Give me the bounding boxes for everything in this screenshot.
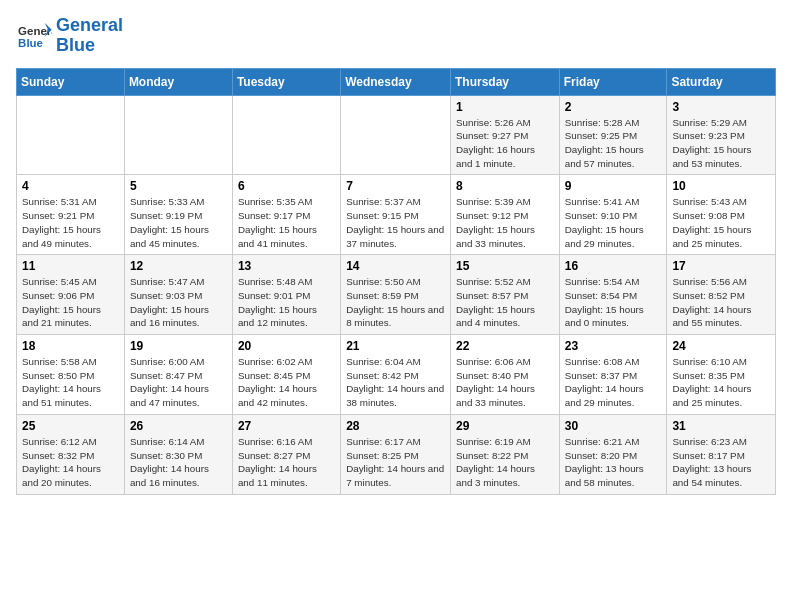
day-number: 17 [672, 259, 770, 273]
day-content: Sunrise: 5:54 AM Sunset: 8:54 PM Dayligh… [565, 275, 662, 330]
calendar-cell: 5Sunrise: 5:33 AM Sunset: 9:19 PM Daylig… [124, 175, 232, 255]
day-content: Sunrise: 5:26 AM Sunset: 9:27 PM Dayligh… [456, 116, 554, 171]
calendar-cell: 2Sunrise: 5:28 AM Sunset: 9:25 PM Daylig… [559, 95, 667, 175]
day-of-week-header: Thursday [451, 68, 560, 95]
day-content: Sunrise: 6:17 AM Sunset: 8:25 PM Dayligh… [346, 435, 445, 490]
day-number: 29 [456, 419, 554, 433]
day-content: Sunrise: 6:14 AM Sunset: 8:30 PM Dayligh… [130, 435, 227, 490]
day-number: 8 [456, 179, 554, 193]
day-number: 9 [565, 179, 662, 193]
day-number: 7 [346, 179, 445, 193]
day-number: 24 [672, 339, 770, 353]
day-number: 4 [22, 179, 119, 193]
calendar-cell: 16Sunrise: 5:54 AM Sunset: 8:54 PM Dayli… [559, 255, 667, 335]
day-content: Sunrise: 5:48 AM Sunset: 9:01 PM Dayligh… [238, 275, 335, 330]
day-number: 16 [565, 259, 662, 273]
day-of-week-header: Monday [124, 68, 232, 95]
day-content: Sunrise: 6:21 AM Sunset: 8:20 PM Dayligh… [565, 435, 662, 490]
day-content: Sunrise: 5:37 AM Sunset: 9:15 PM Dayligh… [346, 195, 445, 250]
day-number: 20 [238, 339, 335, 353]
day-number: 27 [238, 419, 335, 433]
calendar-cell: 29Sunrise: 6:19 AM Sunset: 8:22 PM Dayli… [451, 414, 560, 494]
calendar-cell: 26Sunrise: 6:14 AM Sunset: 8:30 PM Dayli… [124, 414, 232, 494]
calendar-cell: 27Sunrise: 6:16 AM Sunset: 8:27 PM Dayli… [232, 414, 340, 494]
page-header: General Blue GeneralBlue [16, 16, 776, 56]
calendar-cell: 13Sunrise: 5:48 AM Sunset: 9:01 PM Dayli… [232, 255, 340, 335]
calendar-cell: 8Sunrise: 5:39 AM Sunset: 9:12 PM Daylig… [451, 175, 560, 255]
day-number: 21 [346, 339, 445, 353]
day-number: 10 [672, 179, 770, 193]
logo: General Blue GeneralBlue [16, 16, 123, 56]
day-number: 2 [565, 100, 662, 114]
calendar-cell: 4Sunrise: 5:31 AM Sunset: 9:21 PM Daylig… [17, 175, 125, 255]
day-content: Sunrise: 6:10 AM Sunset: 8:35 PM Dayligh… [672, 355, 770, 410]
day-number: 13 [238, 259, 335, 273]
day-number: 1 [456, 100, 554, 114]
logo-text: GeneralBlue [56, 16, 123, 56]
day-content: Sunrise: 5:35 AM Sunset: 9:17 PM Dayligh… [238, 195, 335, 250]
calendar-cell [341, 95, 451, 175]
day-number: 31 [672, 419, 770, 433]
day-number: 3 [672, 100, 770, 114]
day-of-week-header: Tuesday [232, 68, 340, 95]
calendar-cell: 14Sunrise: 5:50 AM Sunset: 8:59 PM Dayli… [341, 255, 451, 335]
calendar-week-row: 4Sunrise: 5:31 AM Sunset: 9:21 PM Daylig… [17, 175, 776, 255]
day-content: Sunrise: 6:19 AM Sunset: 8:22 PM Dayligh… [456, 435, 554, 490]
calendar-cell [232, 95, 340, 175]
day-content: Sunrise: 5:58 AM Sunset: 8:50 PM Dayligh… [22, 355, 119, 410]
calendar-cell: 10Sunrise: 5:43 AM Sunset: 9:08 PM Dayli… [667, 175, 776, 255]
calendar-week-row: 1Sunrise: 5:26 AM Sunset: 9:27 PM Daylig… [17, 95, 776, 175]
calendar-cell: 30Sunrise: 6:21 AM Sunset: 8:20 PM Dayli… [559, 414, 667, 494]
day-number: 25 [22, 419, 119, 433]
calendar-cell [17, 95, 125, 175]
calendar-cell: 25Sunrise: 6:12 AM Sunset: 8:32 PM Dayli… [17, 414, 125, 494]
day-content: Sunrise: 5:52 AM Sunset: 8:57 PM Dayligh… [456, 275, 554, 330]
day-number: 18 [22, 339, 119, 353]
day-number: 11 [22, 259, 119, 273]
calendar-cell: 23Sunrise: 6:08 AM Sunset: 8:37 PM Dayli… [559, 335, 667, 415]
day-of-week-header: Friday [559, 68, 667, 95]
calendar-week-row: 18Sunrise: 5:58 AM Sunset: 8:50 PM Dayli… [17, 335, 776, 415]
day-number: 12 [130, 259, 227, 273]
calendar-cell: 7Sunrise: 5:37 AM Sunset: 9:15 PM Daylig… [341, 175, 451, 255]
day-of-week-header: Wednesday [341, 68, 451, 95]
day-number: 26 [130, 419, 227, 433]
calendar-cell: 15Sunrise: 5:52 AM Sunset: 8:57 PM Dayli… [451, 255, 560, 335]
calendar-cell: 11Sunrise: 5:45 AM Sunset: 9:06 PM Dayli… [17, 255, 125, 335]
day-content: Sunrise: 6:06 AM Sunset: 8:40 PM Dayligh… [456, 355, 554, 410]
day-number: 14 [346, 259, 445, 273]
calendar-table: SundayMondayTuesdayWednesdayThursdayFrid… [16, 68, 776, 495]
day-content: Sunrise: 5:31 AM Sunset: 9:21 PM Dayligh… [22, 195, 119, 250]
calendar-cell: 17Sunrise: 5:56 AM Sunset: 8:52 PM Dayli… [667, 255, 776, 335]
day-content: Sunrise: 5:39 AM Sunset: 9:12 PM Dayligh… [456, 195, 554, 250]
calendar-week-row: 25Sunrise: 6:12 AM Sunset: 8:32 PM Dayli… [17, 414, 776, 494]
day-content: Sunrise: 6:04 AM Sunset: 8:42 PM Dayligh… [346, 355, 445, 410]
day-content: Sunrise: 5:43 AM Sunset: 9:08 PM Dayligh… [672, 195, 770, 250]
calendar-body: 1Sunrise: 5:26 AM Sunset: 9:27 PM Daylig… [17, 95, 776, 494]
logo-icon: General Blue [16, 21, 52, 51]
calendar-cell: 6Sunrise: 5:35 AM Sunset: 9:17 PM Daylig… [232, 175, 340, 255]
day-content: Sunrise: 5:47 AM Sunset: 9:03 PM Dayligh… [130, 275, 227, 330]
calendar-cell: 18Sunrise: 5:58 AM Sunset: 8:50 PM Dayli… [17, 335, 125, 415]
calendar-cell [124, 95, 232, 175]
day-content: Sunrise: 6:08 AM Sunset: 8:37 PM Dayligh… [565, 355, 662, 410]
calendar-cell: 24Sunrise: 6:10 AM Sunset: 8:35 PM Dayli… [667, 335, 776, 415]
calendar-cell: 31Sunrise: 6:23 AM Sunset: 8:17 PM Dayli… [667, 414, 776, 494]
day-content: Sunrise: 5:33 AM Sunset: 9:19 PM Dayligh… [130, 195, 227, 250]
svg-text:Blue: Blue [18, 36, 43, 48]
day-content: Sunrise: 6:16 AM Sunset: 8:27 PM Dayligh… [238, 435, 335, 490]
day-of-week-header: Saturday [667, 68, 776, 95]
day-content: Sunrise: 5:41 AM Sunset: 9:10 PM Dayligh… [565, 195, 662, 250]
day-number: 6 [238, 179, 335, 193]
day-content: Sunrise: 6:12 AM Sunset: 8:32 PM Dayligh… [22, 435, 119, 490]
day-content: Sunrise: 5:50 AM Sunset: 8:59 PM Dayligh… [346, 275, 445, 330]
calendar-cell: 19Sunrise: 6:00 AM Sunset: 8:47 PM Dayli… [124, 335, 232, 415]
calendar-week-row: 11Sunrise: 5:45 AM Sunset: 9:06 PM Dayli… [17, 255, 776, 335]
calendar-cell: 28Sunrise: 6:17 AM Sunset: 8:25 PM Dayli… [341, 414, 451, 494]
calendar-cell: 22Sunrise: 6:06 AM Sunset: 8:40 PM Dayli… [451, 335, 560, 415]
calendar-cell: 12Sunrise: 5:47 AM Sunset: 9:03 PM Dayli… [124, 255, 232, 335]
calendar-header-row: SundayMondayTuesdayWednesdayThursdayFrid… [17, 68, 776, 95]
day-number: 23 [565, 339, 662, 353]
day-content: Sunrise: 6:23 AM Sunset: 8:17 PM Dayligh… [672, 435, 770, 490]
day-number: 19 [130, 339, 227, 353]
